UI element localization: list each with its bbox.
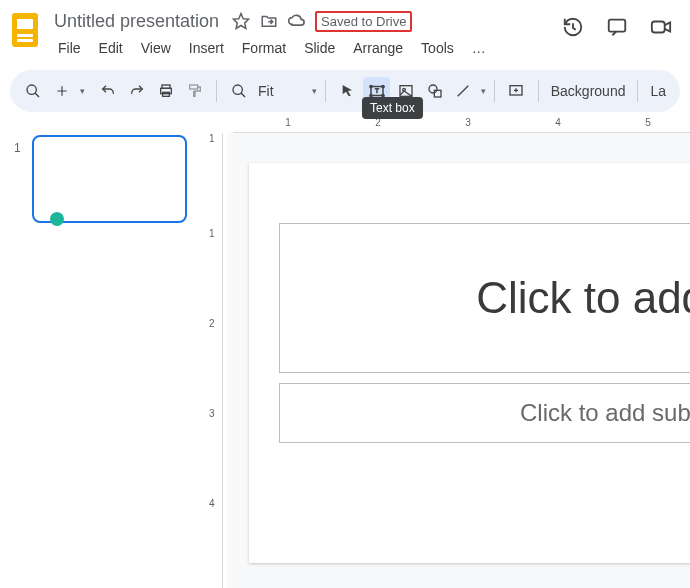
svg-point-11 — [382, 85, 384, 87]
toolbar-separator — [538, 80, 539, 102]
ruler-h-tick: 5 — [645, 117, 651, 128]
svg-point-8 — [233, 85, 242, 94]
toolbar-separator — [216, 80, 217, 102]
zoom-icon[interactable] — [225, 77, 252, 105]
print-icon[interactable] — [152, 77, 179, 105]
slide-number: 1 — [14, 141, 21, 155]
workspace: 1 1 2 3 4 5 6 1 1 2 3 4 Click to add tit… — [0, 115, 690, 588]
star-icon[interactable] — [231, 11, 251, 31]
toolbar-separator — [325, 80, 326, 102]
ruler-v-tick: 1 — [209, 133, 215, 144]
menu-arrange[interactable]: Arrange — [345, 36, 411, 60]
toolbar-separator — [494, 80, 495, 102]
move-folder-icon[interactable] — [259, 11, 279, 31]
svg-point-3 — [27, 85, 36, 94]
select-tool-icon[interactable] — [334, 77, 361, 105]
toolbar-separator — [637, 80, 638, 102]
header-right — [560, 8, 678, 40]
canvas-background[interactable]: Click to add title Click to add subtitle — [227, 133, 690, 588]
menu-edit[interactable]: Edit — [91, 36, 131, 60]
menu-format[interactable]: Format — [234, 36, 294, 60]
paint-format-icon[interactable] — [181, 77, 208, 105]
menu-bar: File Edit View Insert Format Slide Arran… — [50, 36, 560, 60]
ruler-h-tick: 1 — [285, 117, 291, 128]
menu-insert[interactable]: Insert — [181, 36, 232, 60]
vertical-ruler[interactable]: 1 1 2 3 4 — [205, 133, 223, 588]
ruler-v-tick: 1 — [209, 228, 215, 239]
toolbar: ▾ Fit ▾ ▾ Background La — [10, 70, 680, 112]
undo-icon[interactable] — [95, 77, 122, 105]
title-area: Untitled presentation Saved to Drive Fil… — [50, 8, 560, 60]
ruler-h-tick: 4 — [555, 117, 561, 128]
search-icon[interactable] — [20, 77, 47, 105]
canvas-area: 1 2 3 4 5 6 1 1 2 3 4 Click to add title… — [205, 115, 690, 588]
menu-tools[interactable]: Tools — [413, 36, 462, 60]
menu-slide[interactable]: Slide — [296, 36, 343, 60]
title-placeholder-text: Click to add title — [476, 273, 690, 323]
chevron-down-icon[interactable]: ▾ — [80, 86, 85, 96]
svg-point-10 — [370, 85, 372, 87]
redo-icon[interactable] — [123, 77, 150, 105]
ruler-v-tick: 4 — [209, 498, 215, 509]
slide-thumbnail-1[interactable] — [32, 135, 187, 223]
video-icon[interactable] — [648, 14, 674, 40]
svg-rect-2 — [652, 22, 665, 33]
svg-marker-0 — [234, 14, 249, 29]
shape-tool-icon[interactable] — [421, 77, 448, 105]
comment-icon[interactable] — [604, 14, 630, 40]
subtitle-placeholder-box[interactable]: Click to add subtitle — [279, 383, 690, 443]
ruler-v-tick: 2 — [209, 318, 215, 329]
svg-rect-17 — [434, 90, 441, 97]
horizontal-ruler[interactable]: 1 2 3 4 5 6 — [233, 115, 690, 133]
tooltip-textbox: Text box — [362, 97, 423, 119]
save-status[interactable]: Saved to Drive — [315, 11, 412, 32]
line-tool-icon[interactable] — [450, 77, 477, 105]
menu-file[interactable]: File — [50, 36, 89, 60]
filmstrip: 1 — [0, 115, 205, 588]
comment-tool-icon[interactable] — [503, 77, 530, 105]
layout-button[interactable]: La — [646, 83, 670, 99]
svg-rect-6 — [163, 92, 170, 96]
subtitle-placeholder-text: Click to add subtitle — [520, 399, 690, 427]
cloud-icon[interactable] — [287, 11, 307, 31]
background-button[interactable]: Background — [547, 83, 630, 99]
svg-rect-7 — [189, 85, 197, 89]
chevron-down-icon[interactable]: ▾ — [481, 86, 486, 96]
ruler-v-tick: 3 — [209, 408, 215, 419]
document-title[interactable]: Untitled presentation — [50, 9, 223, 34]
new-slide-icon[interactable] — [49, 77, 76, 105]
menu-more[interactable]: … — [464, 36, 494, 60]
app-header: Untitled presentation Saved to Drive Fil… — [0, 0, 690, 64]
title-placeholder-box[interactable]: Click to add title — [279, 223, 690, 373]
svg-point-16 — [429, 85, 437, 93]
zoom-level[interactable]: Fit — [254, 83, 278, 99]
menu-view[interactable]: View — [133, 36, 179, 60]
history-icon[interactable] — [560, 14, 586, 40]
slide-canvas[interactable]: Click to add title Click to add subtitle — [249, 163, 690, 563]
chevron-down-icon[interactable]: ▾ — [312, 86, 317, 96]
slides-logo[interactable] — [12, 13, 38, 47]
svg-rect-1 — [609, 20, 626, 32]
ruler-h-tick: 3 — [465, 117, 471, 128]
